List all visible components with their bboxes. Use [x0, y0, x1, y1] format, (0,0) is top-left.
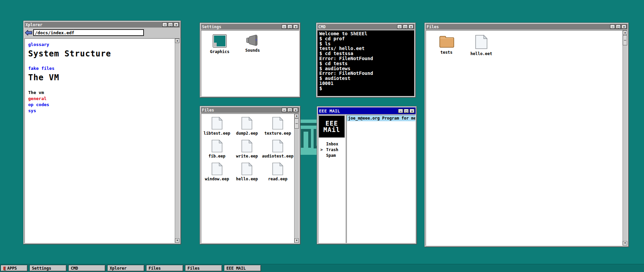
doc-link-fake-files[interactable]: fake files	[28, 66, 171, 71]
minimize-button[interactable]: −	[282, 108, 287, 112]
taskbar-item-settings[interactable]: Settings	[30, 265, 66, 271]
mail-titlebar[interactable]: EEE MAIL − □ ×	[318, 107, 416, 114]
settings-item-graphics[interactable]: Graphics	[207, 35, 232, 54]
maximize-button[interactable]: □	[404, 109, 409, 113]
file-item[interactable]: audiotest.eep	[262, 139, 293, 162]
xplorer-window: Xplorer − □ × glossary System Structure …	[23, 21, 181, 244]
document-view: glossary System Structure fake files The…	[25, 39, 175, 243]
close-button[interactable]: ×	[409, 25, 414, 29]
scroll-up-icon[interactable]: ▲	[294, 114, 299, 118]
files-titlebar[interactable]: Files − □ ×	[201, 107, 299, 113]
xplorer-titlebar[interactable]: Xplorer − □ ×	[24, 22, 180, 28]
close-button[interactable]: ×	[293, 25, 298, 29]
window-title: Files	[202, 108, 214, 112]
close-button[interactable]: ×	[622, 25, 627, 29]
file-label: dump2.eep	[236, 131, 258, 136]
taskbar-item-files-2[interactable]: Files	[185, 265, 222, 271]
cmd-titlebar[interactable]: CMD − □ ×	[317, 24, 415, 30]
file-item-hello-eet[interactable]: hello.eet	[469, 35, 494, 56]
file-label: write.eep	[236, 154, 258, 158]
terminal-line: tests/ hello.eet	[319, 46, 413, 51]
settings-item-sounds[interactable]: Sounds	[240, 35, 265, 54]
back-icon[interactable]	[25, 30, 32, 36]
vertical-scrollbar[interactable]: ▲ ▼	[623, 31, 627, 245]
vertical-scrollbar[interactable]: ▲ ▼	[294, 114, 299, 243]
scrollbar-thumb[interactable]	[294, 119, 299, 129]
file-item[interactable]: texture.eep	[262, 117, 293, 139]
scroll-down-icon[interactable]: ▼	[623, 241, 627, 245]
folder-label: Inbox	[326, 142, 338, 146]
scrollbar-thumb[interactable]	[623, 35, 627, 45]
mail-sidebar: EEE MAil Inbox > Trash Spam	[318, 115, 345, 243]
maximize-button[interactable]: □	[403, 25, 408, 29]
mail-folder-trash[interactable]: > Trash	[320, 147, 345, 153]
taskbar-item-eee-mail[interactable]: EEE MAIL	[224, 265, 261, 271]
minimize-button[interactable]: −	[610, 25, 615, 29]
file-icon	[241, 117, 253, 130]
scroll-up-icon[interactable]: ▲	[175, 39, 179, 43]
doc-link-general[interactable]: general	[28, 96, 171, 102]
terminal-prompt: $	[319, 86, 413, 91]
taskbar-item-files-1[interactable]: Files	[146, 265, 183, 271]
mail-message-row[interactable]: joe_m@eee.org Program for me	[347, 115, 415, 121]
desktop-logo	[299, 120, 319, 155]
file-item[interactable]: read.eep	[262, 162, 293, 185]
window-title: Xplorer	[25, 22, 43, 27]
task-button-label: Files	[187, 266, 200, 271]
file-item[interactable]: window.eep	[202, 162, 232, 185]
vertical-scrollbar[interactable]: ▲ ▼	[175, 39, 179, 243]
file-label: read.eep	[268, 177, 287, 181]
maximize-button[interactable]: □	[616, 25, 621, 29]
maximize-button[interactable]: □	[287, 25, 292, 29]
mail-folder-spam[interactable]: Spam	[320, 153, 345, 158]
minimize-button[interactable]: −	[282, 25, 287, 29]
file-icon	[211, 117, 223, 130]
file-icon	[272, 117, 283, 130]
minimize-button[interactable]: −	[397, 25, 402, 29]
file-item[interactable]: dump2.eep	[232, 117, 262, 139]
settings-titlebar[interactable]: Settings − □ ×	[201, 24, 299, 30]
doc-link-op-codes[interactable]: op codes	[28, 102, 171, 108]
mail-folder-inbox[interactable]: Inbox	[320, 141, 345, 147]
terminal-line: $ cd tests	[319, 61, 413, 66]
file-label: hello.eep	[236, 177, 258, 181]
apps-menu-button[interactable]: E APPS	[1, 265, 28, 271]
graphics-icon	[213, 35, 226, 47]
minimize-button[interactable]: −	[162, 22, 167, 27]
close-button[interactable]: ×	[410, 109, 415, 113]
minimize-button[interactable]: −	[398, 109, 403, 113]
mail-message-list: joe_m@eee.org Program for me	[346, 115, 416, 243]
file-icon	[272, 162, 283, 176]
task-button-label: EEE MAIL	[226, 266, 246, 271]
address-input[interactable]	[33, 29, 144, 36]
doc-link-sys[interactable]: sys	[28, 108, 171, 114]
scroll-down-icon[interactable]: ▼	[294, 238, 299, 243]
doc-text: The vm	[28, 90, 171, 96]
maximize-button[interactable]: □	[168, 22, 173, 27]
maximize-button[interactable]: □	[287, 108, 292, 112]
scroll-up-icon[interactable]: ▲	[623, 31, 627, 35]
file-label: fib.eep	[208, 154, 225, 158]
file-item-tests[interactable]: tests	[434, 35, 459, 56]
taskbar-item-cmd[interactable]: CMD	[68, 265, 105, 271]
terminal-output[interactable]: Welcome to ShEEEl $ cd prof $ ls tests/ …	[318, 31, 414, 96]
scroll-down-icon[interactable]: ▼	[175, 238, 179, 243]
terminal-line: Welcome to ShEEEl	[319, 31, 413, 36]
close-button[interactable]: ×	[293, 108, 298, 112]
close-button[interactable]: ×	[174, 22, 179, 27]
doc-link-glossary[interactable]: glossary	[28, 42, 171, 47]
files-titlebar[interactable]: Files − □ ×	[426, 24, 628, 30]
task-button-label: CMD	[71, 266, 78, 271]
file-label: libtest.eep	[204, 131, 230, 136]
task-button-label: APPS	[7, 266, 17, 271]
file-item[interactable]: fib.eep	[202, 139, 232, 162]
file-item[interactable]: hello.eep	[232, 162, 262, 185]
settings-item-label: Graphics	[210, 49, 229, 54]
terminal-line: 10001	[319, 81, 413, 86]
file-label: window.eep	[205, 177, 229, 181]
file-item[interactable]: write.eep	[232, 139, 262, 162]
taskbar-item-xplorer[interactable]: Xplorer	[107, 265, 144, 271]
address-bar	[24, 28, 180, 38]
file-item[interactable]: libtest.eep	[202, 117, 232, 139]
mail-window: EEE MAIL − □ × EEE MAil Inbox	[317, 106, 417, 244]
